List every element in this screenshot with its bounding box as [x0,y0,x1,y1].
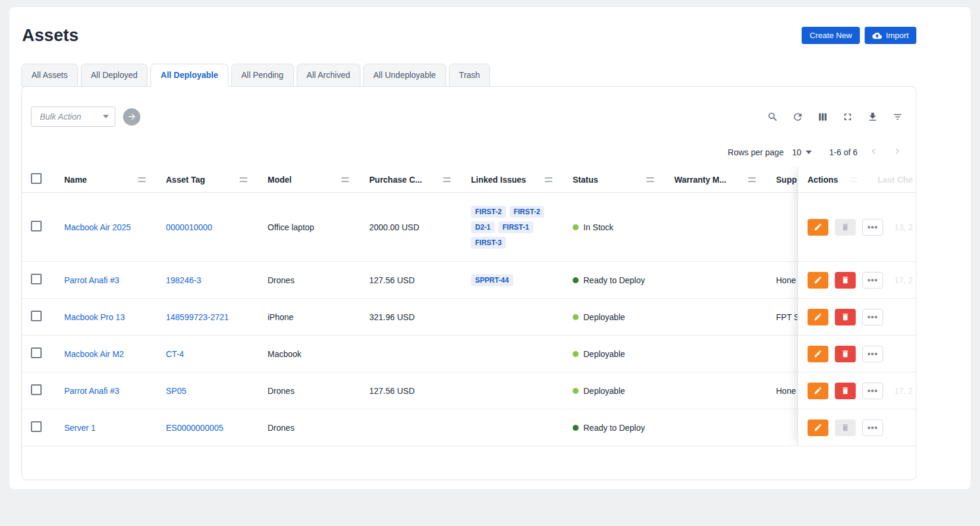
status-dot-icon [573,314,579,320]
asset-tag-link[interactable]: ES0000000005 [166,423,224,433]
rows-per-page-select[interactable]: 10 [792,148,812,157]
row-checkbox[interactable] [31,221,42,231]
edit-button[interactable] [808,219,828,236]
more-actions-button[interactable]: ••• [862,309,883,325]
status-cell: Deployable [563,312,665,322]
table-header-row: Name Asset Tag Model Purchase C... Linke… [22,167,916,193]
column-drag-handle-icon[interactable] [240,177,247,182]
edit-button[interactable] [808,346,828,362]
status-cell: In Stock [563,223,665,232]
tab-all-assets[interactable]: All Assets [21,64,78,87]
asset-tag-link[interactable]: CT-4 [166,349,184,359]
tab-all-deployable[interactable]: All Deployable [150,64,228,87]
status-dot-icon [573,351,579,357]
refresh-icon[interactable] [791,110,804,123]
actions-row: ••• [798,336,916,372]
more-actions-button[interactable]: ••• [862,272,883,289]
apply-bulk-action-button[interactable] [123,108,140,126]
row-checkbox[interactable] [31,274,42,284]
linked-issue-badge[interactable]: D2-1 [471,221,495,233]
asset-name-link[interactable]: Parrot Anafi #3 [64,275,120,285]
trash-icon [841,275,850,284]
linked-issue-badge[interactable]: FIRST-2 [510,206,545,218]
asset-tag-link[interactable]: 198246-3 [166,275,201,285]
delete-button[interactable] [835,219,856,236]
tab-all-pending[interactable]: All Pending [231,64,294,87]
asset-tag-link[interactable]: 0000010000 [166,223,212,232]
chevron-down-icon [806,151,812,154]
filter-icon[interactable] [891,110,904,123]
select-all-checkbox[interactable] [31,173,42,184]
col-header-supplier: Supp [776,175,797,184]
page-title: Assets [22,26,78,45]
column-drag-handle-icon[interactable] [341,177,349,182]
linked-issue-badge[interactable]: SPPRT-44 [471,274,513,286]
column-drag-handle-icon[interactable] [748,177,756,182]
edit-button[interactable] [808,383,828,399]
status-cell: Deployable [563,349,665,359]
row-checkbox[interactable] [31,421,42,432]
purchase-cost-cell: 2000.00 USD [360,223,461,232]
edit-button[interactable] [808,419,828,436]
delete-button[interactable] [835,309,856,325]
column-drag-handle-icon[interactable] [138,177,146,182]
asset-name-link[interactable]: Server 1 [64,423,96,433]
more-actions-button[interactable]: ••• [862,346,883,362]
table-body: Macbook Air 2025 0000010000 Office lapto… [22,193,916,446]
prev-page-button[interactable] [866,146,881,158]
linked-issue-badge[interactable]: FIRST-1 [498,221,533,233]
import-button[interactable]: Import [865,27,916,44]
bulk-action-select[interactable]: Bulk Action [31,107,115,127]
fullscreen-icon[interactable] [841,110,854,123]
asset-name-link[interactable]: Macbook Air M2 [64,349,124,359]
asset-tag-link[interactable]: 148599723-2721 [166,312,229,322]
linked-issues-cell: SPPRT-44 [461,274,563,286]
actions-row: ••• [798,299,916,336]
pencil-icon [813,349,822,358]
tab-label: All Deployed [91,70,138,80]
tab-all-deployed[interactable]: All Deployed [81,64,148,87]
tab-all-archived[interactable]: All Archived [297,64,360,87]
asset-name-link[interactable]: Macbook Air 2025 [64,223,131,232]
more-actions-button[interactable]: ••• [862,383,883,399]
col-header-warranty: Warranty M... [674,175,726,184]
asset-tag-link[interactable]: SP05 [166,386,186,396]
linked-issue-badge[interactable]: FIRST-3 [471,237,506,249]
pencil-icon [813,386,822,395]
column-drag-handle-icon[interactable] [646,177,654,182]
actions-row: ••• [798,262,916,299]
row-checkbox[interactable] [31,384,42,395]
delete-button[interactable] [835,272,856,289]
delete-button[interactable] [835,346,856,362]
row-checkbox[interactable] [31,311,42,321]
asset-name-link[interactable]: Macbook Pro 13 [64,312,125,322]
table-row: Macbook Air 2025 0000010000 Office lapto… [22,193,916,262]
ellipsis-icon: ••• [868,424,878,432]
asset-name-link[interactable]: Parrot Anafi #3 [64,386,120,396]
next-page-button[interactable] [890,146,905,158]
table-row: Parrot Anafi #3 SP05 Drones 127.56 USD D… [22,372,916,409]
columns-icon[interactable] [816,110,829,123]
edit-button[interactable] [808,309,828,325]
col-header-actions: Actions [798,167,916,193]
status-label: Deployable [583,312,625,322]
row-checkbox[interactable] [31,347,42,358]
pagination-bar: Rows per page 10 1-6 of 6 [22,127,916,167]
tab-trash[interactable]: Trash [449,64,490,87]
more-actions-button[interactable]: ••• [862,219,883,236]
more-actions-button[interactable]: ••• [862,419,883,436]
delete-button[interactable] [835,419,856,436]
edit-button[interactable] [808,272,828,289]
ellipsis-icon: ••• [868,223,878,231]
purchase-cost-cell: 127.56 USD [360,275,461,285]
download-icon[interactable] [866,110,879,123]
linked-issue-badge[interactable]: FIRST-2 [471,206,506,218]
tab-all-undeployable[interactable]: All Undeployable [363,64,446,87]
create-new-button[interactable]: Create New [802,27,859,44]
search-icon[interactable] [766,110,779,123]
purchase-cost-cell: 321.96 USD [360,312,461,322]
column-drag-handle-icon[interactable] [443,177,451,182]
column-drag-handle-icon[interactable] [545,177,552,182]
assets-panel: Bulk Action [21,86,916,480]
delete-button[interactable] [835,383,856,399]
